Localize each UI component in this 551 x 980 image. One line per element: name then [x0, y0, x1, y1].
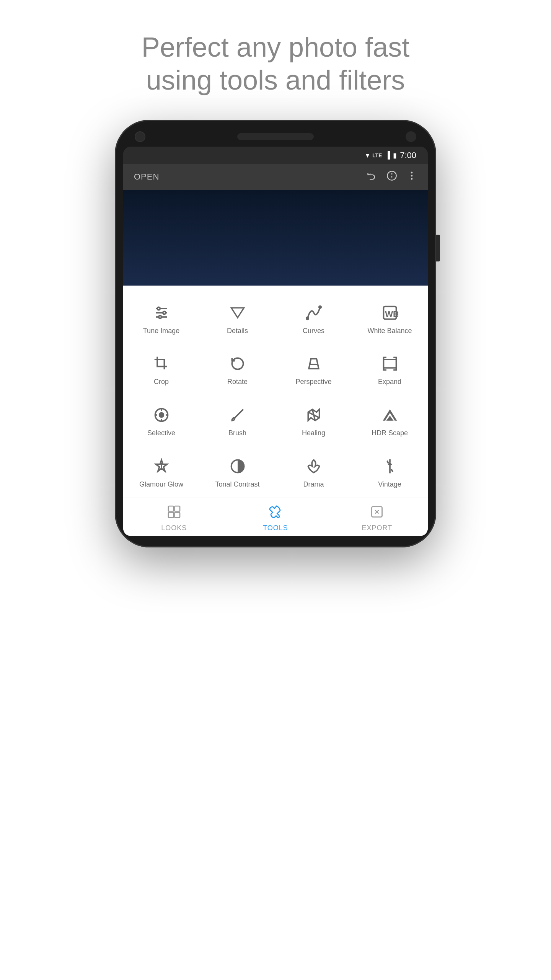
hero-line2: using tools and filters: [146, 65, 405, 95]
tool-crop[interactable]: Crop: [123, 344, 199, 395]
tool-white-balance[interactable]: WB White Balance: [352, 293, 428, 345]
tool-drama[interactable]: Drama: [276, 447, 352, 498]
svg-point-6: [411, 178, 413, 180]
svg-text:WB: WB: [385, 309, 398, 319]
info-icon[interactable]: [386, 170, 397, 184]
svg-point-12: [158, 315, 161, 318]
selective-icon: [151, 405, 172, 425]
tool-perspective[interactable]: Perspective: [276, 344, 352, 395]
tool-expand[interactable]: Expand: [352, 344, 428, 395]
front-camera: [135, 131, 145, 142]
tool-selective[interactable]: Selective: [123, 395, 199, 447]
tool-healing[interactable]: Healing: [276, 395, 352, 447]
tool-tune-image[interactable]: Tune Image: [123, 293, 199, 345]
time-display: 7:00: [400, 150, 416, 160]
status-icons: ▾ LTE ▐ ▮ 7:00: [366, 150, 416, 160]
sensor: [406, 131, 416, 142]
rotate-icon: [227, 353, 248, 374]
looks-nav-icon: [167, 505, 181, 522]
phone-top: [123, 131, 428, 142]
svg-rect-42: [168, 506, 174, 511]
phone-screen: ▾ LTE ▐ ▮ 7:00 OPEN: [123, 147, 428, 536]
svg-point-5: [411, 175, 413, 176]
expand-icon: [380, 353, 400, 374]
tool-glamour-glow[interactable]: Glamour Glow: [123, 447, 199, 498]
nav-looks[interactable]: LOOKS: [123, 505, 225, 532]
phone-shell: ▾ LTE ▐ ▮ 7:00 OPEN: [115, 120, 436, 547]
tonal-icon: [227, 456, 248, 477]
selective-label: Selective: [147, 429, 175, 438]
expand-label: Expand: [378, 378, 401, 386]
tools-nav-icon: [269, 505, 282, 522]
tool-details[interactable]: Details: [199, 293, 276, 345]
svg-line-40: [391, 469, 393, 472]
more-icon[interactable]: [406, 170, 417, 184]
tune-image-icon: [151, 302, 172, 323]
svg-point-11: [163, 311, 165, 314]
tool-brush[interactable]: Brush: [199, 395, 276, 447]
battery-icon: ▮: [393, 151, 397, 160]
curves-label: Curves: [303, 327, 324, 335]
svg-marker-14: [231, 308, 244, 318]
wb-icon: WB: [380, 302, 400, 323]
glamour-icon: [151, 456, 172, 477]
svg-rect-43: [174, 506, 180, 511]
details-label: Details: [227, 327, 248, 335]
tool-tonal-contrast[interactable]: Tonal Contrast: [199, 447, 276, 498]
hero-line1: Perfect any photo fast: [142, 32, 409, 62]
hdr-icon: [380, 405, 400, 425]
svg-point-24: [159, 413, 163, 417]
svg-rect-44: [168, 513, 174, 518]
signal-icon: ▐: [385, 151, 390, 159]
brush-label: Brush: [228, 429, 246, 438]
tools-label: TOOLS: [263, 524, 288, 532]
svg-point-16: [319, 306, 321, 308]
drama-label: Drama: [303, 480, 324, 489]
details-icon: [227, 302, 248, 323]
healing-label: Healing: [302, 429, 325, 438]
bottom-nav: LOOKS TOOLS: [123, 498, 428, 536]
svg-line-39: [387, 461, 388, 463]
export-label: EXPORT: [362, 524, 392, 532]
side-button: [436, 235, 440, 261]
svg-point-0: [370, 173, 370, 174]
perspective-icon: [303, 353, 324, 374]
curves-icon: [303, 302, 324, 323]
nav-tools[interactable]: TOOLS: [225, 505, 326, 532]
wb-label: White Balance: [367, 327, 412, 335]
app-bar: OPEN: [123, 164, 428, 190]
tool-hdr-scape[interactable]: HDR Scape: [352, 395, 428, 447]
app-bar-icons: [367, 170, 417, 184]
lte-icon: LTE: [372, 152, 382, 158]
vintage-label: Vintage: [378, 480, 401, 489]
crop-icon: [151, 353, 172, 374]
tool-rotate[interactable]: Rotate: [199, 344, 276, 395]
tonal-label: Tonal Contrast: [215, 480, 259, 489]
speaker: [237, 133, 314, 140]
tune-image-label: Tune Image: [143, 327, 179, 335]
perspective-label: Perspective: [295, 378, 331, 386]
healing-icon: [303, 405, 324, 425]
svg-rect-45: [174, 513, 180, 518]
vintage-icon: [380, 456, 400, 477]
drama-icon: [303, 456, 324, 477]
rotate-label: Rotate: [227, 378, 248, 386]
brush-icon: [227, 405, 248, 425]
undo-icon[interactable]: [367, 170, 377, 184]
photo-preview: [123, 190, 428, 286]
looks-label: LOOKS: [161, 524, 187, 532]
crop-label: Crop: [154, 378, 169, 386]
svg-point-15: [306, 317, 308, 320]
wifi-icon: ▾: [366, 151, 369, 160]
export-nav-icon: [370, 505, 384, 522]
hdr-label: HDR Scape: [372, 429, 408, 438]
open-button[interactable]: OPEN: [134, 172, 159, 182]
nav-export[interactable]: EXPORT: [326, 505, 428, 532]
tool-grid: Tune Image Details: [123, 293, 428, 498]
svg-point-4: [411, 172, 413, 173]
glamour-label: Glamour Glow: [139, 480, 183, 489]
tool-curves[interactable]: Curves: [276, 293, 352, 345]
tool-vintage[interactable]: Vintage: [352, 447, 428, 498]
svg-point-10: [157, 307, 160, 310]
hero-text: Perfect any photo fast using tools and f…: [103, 31, 448, 97]
